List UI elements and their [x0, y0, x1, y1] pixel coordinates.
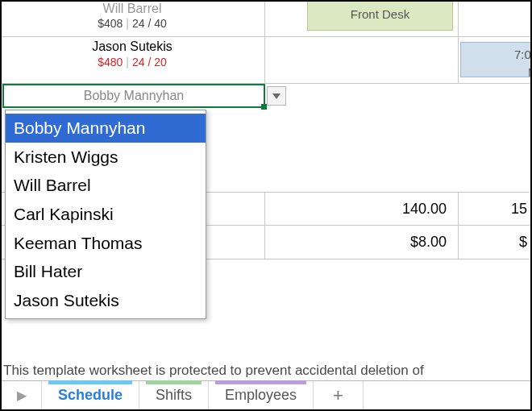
data-validation-dropdown-button[interactable] [267, 86, 286, 106]
shift-role: Front Desk [308, 6, 452, 23]
tab-employees[interactable]: Employees [209, 381, 314, 409]
shift-block[interactable]: 11:00 AM - 3:00 PM Front Desk [307, 0, 453, 31]
shift-role: Ma [461, 64, 532, 81]
plus-icon: + [333, 385, 343, 406]
sheet-nav-button[interactable]: ▶ [2, 381, 42, 409]
tab-label: Schedule [58, 387, 123, 404]
employee-name: Will Barrel [0, 2, 264, 16]
summary-cell[interactable]: 15 [459, 193, 532, 225]
employee-row[interactable]: Will Barrel $408|24 / 40 [0, 0, 265, 36]
schedule-cell[interactable]: 11:00 AM - 3:00 PM Front Desk [265, 0, 459, 36]
tab-accent [146, 380, 202, 384]
active-cell-value: Bobby Mannyhan [84, 89, 185, 103]
protection-message: This template worksheet is protected to … [3, 363, 424, 379]
employee-cost: $480 [98, 56, 123, 68]
active-cell[interactable]: Bobby Mannyhan [2, 84, 265, 108]
summary-cell[interactable]: $8.00 [265, 226, 459, 259]
employee-name: Jason Sutekis [0, 39, 264, 55]
shift-time: 7:00 AM [461, 46, 532, 64]
tab-label: Employees [225, 387, 297, 404]
dropdown-option[interactable]: Kristen Wiggs [6, 143, 206, 172]
schedule-cell[interactable] [459, 0, 532, 36]
play-icon: ▶ [17, 388, 27, 403]
spreadsheet-grid[interactable]: Will Barrel $408|24 / 40 11:00 AM - 3:00… [0, 0, 532, 84]
employee-cost: $408 [98, 17, 123, 30]
dropdown-option[interactable]: Will Barrel [6, 171, 206, 200]
employee-hours: 24 / 20 [132, 56, 167, 68]
schedule-cell[interactable]: 7:00 AM Ma [459, 37, 532, 83]
employee-row[interactable]: Jason Sutekis $480|24 / 20 [0, 37, 265, 83]
validation-dropdown-list[interactable]: Bobby Mannyhan Kristen Wiggs Will Barrel… [5, 110, 206, 319]
summary-cell[interactable]: 140.00 [265, 193, 459, 225]
tab-add-sheet[interactable]: + [314, 381, 364, 409]
shift-block[interactable]: 7:00 AM Ma [460, 42, 532, 77]
dropdown-option[interactable]: Keeman Thomas [6, 229, 206, 258]
summary-cell[interactable]: $ [459, 226, 532, 259]
sheet-tabs-bar: ▶ Schedule Shifts Employees + [2, 380, 530, 409]
tab-label: Shifts [156, 387, 192, 404]
tab-schedule[interactable]: Schedule [42, 381, 139, 409]
chevron-down-icon [272, 93, 281, 99]
tab-accent [48, 380, 132, 384]
employee-hours: 24 / 40 [132, 17, 167, 30]
dropdown-option[interactable]: Jason Sutekis [6, 286, 206, 315]
schedule-cell[interactable] [265, 37, 459, 83]
shift-time: 11:00 AM - 3:00 PM [308, 0, 452, 6]
dropdown-option[interactable]: Bobby Mannyhan [6, 114, 206, 143]
dropdown-option[interactable]: Bill Hater [6, 257, 206, 286]
tab-shifts[interactable]: Shifts [139, 381, 209, 409]
tab-accent [215, 380, 306, 384]
fill-handle[interactable] [261, 104, 267, 110]
dropdown-option[interactable]: Carl Kapinski [6, 200, 206, 229]
